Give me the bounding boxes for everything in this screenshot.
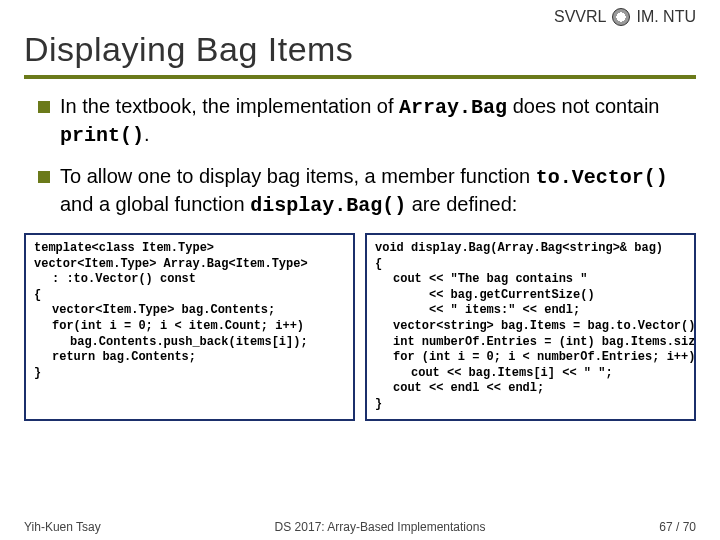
bullet-icon [38,101,50,113]
code-line: vector<string> bag.Items = bag.to.Vector… [375,319,686,335]
text-run: does not contain [507,95,659,117]
lab-name: SVVRL [554,8,606,26]
header: SVVRL IM. NTU [24,0,696,26]
footer: Yih-Kuen Tsay DS 2017: Array-Based Imple… [24,520,696,534]
text-run: are defined: [406,193,517,215]
inline-code: print() [60,124,144,147]
code-line: return bag.Contents; [34,350,345,366]
code-box-tovector: template<class Item.Type>vector<Item.Typ… [24,233,355,421]
text-run: . [144,123,150,145]
code-line: << " items:" << endl; [375,303,686,319]
code-line: bag.Contents.push_back(items[i]); [34,335,345,351]
code-boxes: template<class Item.Type>vector<Item.Typ… [24,233,696,421]
inline-code: to.Vector() [536,166,668,189]
dept-name: IM. NTU [636,8,696,26]
code-line: int numberOf.Entries = (int) bag.Items.s… [375,335,686,351]
bullet-item: In the textbook, the implementation of A… [38,93,696,149]
code-line: template<class Item.Type> [34,241,345,257]
bullet-item: To allow one to display bag items, a mem… [38,163,696,219]
text-run: and a global function [60,193,250,215]
inline-code: display.Bag() [250,194,406,217]
code-line: << bag.getCurrentSize() [375,288,686,304]
code-line: { [375,257,686,273]
inline-code: Array.Bag [399,96,507,119]
code-line: for(int i = 0; i < item.Count; i++) [34,319,345,335]
code-line: cout << endl << endl; [375,381,686,397]
code-line: } [34,366,345,382]
code-box-displaybag: void display.Bag(Array.Bag<string>& bag)… [365,233,696,421]
bullet-list: In the textbook, the implementation of A… [24,93,696,219]
bullet-icon [38,171,50,183]
code-line: { [34,288,345,304]
text-run: In the textbook, the implementation of [60,95,399,117]
bullet-text: To allow one to display bag items, a mem… [60,163,696,219]
header-right: SVVRL IM. NTU [554,8,696,26]
footer-course: DS 2017: Array-Based Implementations [275,520,486,534]
code-line: vector<Item.Type> bag.Contents; [34,303,345,319]
code-line: cout << bag.Items[i] << " "; [375,366,686,382]
footer-page: 67 / 70 [659,520,696,534]
code-line: for (int i = 0; i < numberOf.Entries; i+… [375,350,686,366]
code-line: void display.Bag(Array.Bag<string>& bag) [375,241,686,257]
page-title: Displaying Bag Items [24,26,696,75]
code-line: vector<Item.Type> Array.Bag<Item.Type> [34,257,345,273]
slide: SVVRL IM. NTU Displaying Bag Items In th… [0,0,720,540]
title-underline [24,75,696,79]
text-run: To allow one to display bag items, a mem… [60,165,536,187]
code-line: cout << "The bag contains " [375,272,686,288]
bullet-text: In the textbook, the implementation of A… [60,93,696,149]
ntu-logo-icon [612,8,630,26]
code-line: : :to.Vector() const [34,272,345,288]
code-line: } [375,397,686,413]
footer-author: Yih-Kuen Tsay [24,520,101,534]
